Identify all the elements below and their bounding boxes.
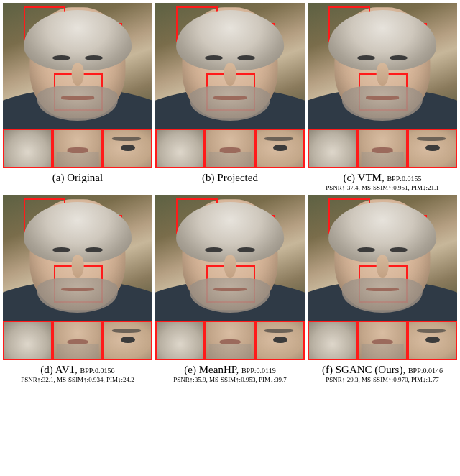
face-features [308,3,457,129]
image-wrap [3,3,152,168]
left-eye [357,247,375,252]
crop-forehead [3,129,52,168]
psnr-value: 32.1 [42,376,54,383]
msssim-value: 0.951 [393,184,408,191]
image-wrap [155,195,305,360]
crop-strip [155,321,305,360]
crop-forehead [308,321,357,360]
crop-eye [255,321,305,360]
mouth [213,96,247,99]
panel-d: (d) AV1, BPP:0.0156PSNR↑:32.1, MS-SSIM↑:… [3,195,152,384]
caption-method-name: SGANC (Ours) [336,364,403,375]
image-wrap [155,3,305,168]
figure-grid: (a) Original (b) Projected [0,0,460,387]
caption-method-name: Projected [217,172,258,183]
msssim-prefix: MS-SSIM↑: [209,376,241,383]
mouth [366,96,399,99]
caption-metrics: PSNR↑:35.9, MS-SSIM↑:0.953, PIM↓:39.7 [173,376,286,384]
pim-prefix: PIM↓: [106,376,123,383]
image-wrap [308,195,457,360]
nose [72,63,84,86]
caption-bpp: BPP:0.0155 [387,175,421,183]
psnr-value: 35.9 [195,376,206,383]
caption-bpp: BPP:0.0119 [242,367,276,375]
bpp-value: 0.0146 [423,367,443,375]
msssim-value: 0.953 [241,376,255,383]
panel-f: (f) SGANC (Ours), BPP:0.0146PSNR↑:29.3, … [308,195,457,384]
caption: (b) Projected [202,171,258,184]
caption-method-name: Original [67,172,103,183]
caption-metrics: PSNR↑:32.1, MS-SSIM↑:0.934, PIM↓:24.2 [21,376,134,384]
crop-strip [3,321,152,360]
caption: (a) Original [52,171,103,184]
caption-method-name: MeanHP [199,364,236,375]
crop-strip [155,129,305,168]
crop-mouth [52,321,102,360]
crop-mouth [205,321,254,360]
nose [224,255,236,278]
caption-main: (e) MeanHP, BPP:0.0119 [173,363,286,376]
beard [190,278,270,313]
mouth [61,96,94,99]
psnr-prefix: PSNR↑: [173,376,195,383]
crop-forehead [308,129,357,168]
beard [37,278,118,313]
left-eye [52,247,70,252]
caption-main: (a) Original [52,171,103,184]
left-eye [205,55,223,60]
right-eye [237,247,255,252]
bpp-prefix: BPP: [387,175,402,183]
bpp-value: 0.0119 [257,367,276,375]
main-image [155,195,305,321]
crop-eye [103,129,152,168]
bpp-value: 0.0156 [95,367,115,375]
beard [342,278,423,313]
msssim-value: 0.970 [393,376,408,383]
mouth [213,288,247,291]
face-features [155,195,305,321]
caption: (c) VTM, BPP:0.0155PSNR↑:37.4, MS-SSIM↑:… [326,171,438,192]
right-eye [390,247,408,252]
bpp-value: 0.0155 [402,175,422,183]
main-image [155,3,305,129]
image-wrap [308,3,457,168]
main-image [308,3,457,129]
right-eye [237,55,255,60]
face-features [155,3,305,129]
crop-forehead [155,129,205,168]
bpp-prefix: BPP: [408,367,423,375]
caption-method-name: VTM [358,172,382,183]
panel-b: (b) Projected [155,3,305,192]
face-features [3,195,152,321]
pim-prefix: PIM↓: [411,184,428,191]
right-eye [85,55,103,60]
mouth [366,288,399,291]
main-image [3,195,152,321]
panel-e: (e) MeanHP, BPP:0.0119PSNR↑:35.9, MS-SSI… [155,195,305,384]
caption-letter: (a) [52,172,65,183]
psnr-prefix: PSNR↑: [326,184,347,191]
caption-main: (d) AV1, BPP:0.0156 [21,363,134,376]
right-eye [85,247,103,252]
image-wrap [3,195,152,360]
pim-prefix: PIM↓: [259,376,275,383]
crop-forehead [3,321,52,360]
crop-mouth [205,129,254,168]
nose [224,63,236,86]
main-image [3,3,152,129]
pim-value: 21.1 [428,184,439,191]
msssim-prefix: MS-SSIM↑: [57,376,88,383]
msssim-prefix: MS-SSIM↑: [362,376,393,383]
caption-main: (b) Projected [202,171,258,184]
beard [342,86,423,121]
bpp-prefix: BPP: [242,367,257,375]
crop-strip [308,129,457,168]
left-eye [205,247,223,252]
msssim-prefix: MS-SSIM↑: [362,184,393,191]
crop-forehead [155,321,205,360]
beard [190,86,270,121]
left-eye [357,55,375,60]
face-features [3,3,152,129]
right-eye [390,55,408,60]
caption-letter: (f) [322,364,333,375]
